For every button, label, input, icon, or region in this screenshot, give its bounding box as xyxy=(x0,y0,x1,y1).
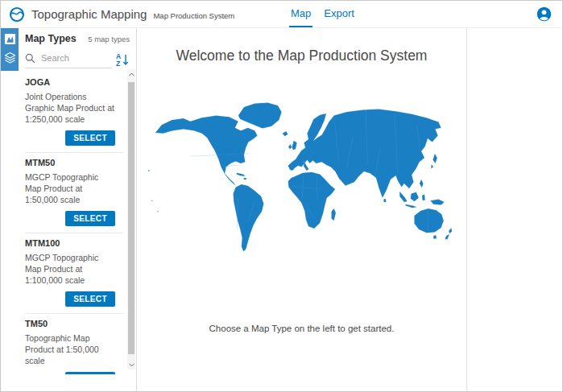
right-whitespace xyxy=(467,28,562,392)
map-type-item-mtm100[interactable]: MTM100 MGCP Topographic Map Product at 1… xyxy=(19,233,136,313)
panel-title: Map Types xyxy=(25,33,77,44)
icon-rail-group xyxy=(1,28,19,71)
map-type-description: MGCP Topographic Map Product at 1:100,00… xyxy=(25,252,115,286)
map-type-item-tm50[interactable]: TM50 Topographic Map Product at 1:50,000… xyxy=(19,314,136,374)
svg-text:Z: Z xyxy=(116,60,120,67)
map-type-name: MTM100 xyxy=(25,238,115,248)
tab-map[interactable]: Map xyxy=(289,1,313,27)
map-type-description: MGCP Topographic Map Product at 1:50,000… xyxy=(25,171,115,205)
search-input[interactable] xyxy=(39,52,102,64)
brand: Topographic Mapping Map Production Syste… xyxy=(9,6,234,23)
map-type-item-joga[interactable]: JOGA Joint Operations Graphic Map Produc… xyxy=(19,72,136,152)
map-types-icon[interactable] xyxy=(4,33,16,45)
select-button-mtm100[interactable]: SELECT xyxy=(65,291,115,307)
sort-az-icon[interactable]: A Z xyxy=(115,52,130,67)
map-types-panel: Map Types 5 map types A Z xyxy=(19,28,137,392)
map-type-description: Topographic Map Product at 1:50,000 scal… xyxy=(25,332,115,366)
tab-export[interactable]: Export xyxy=(322,1,356,27)
select-button-tm50[interactable]: SELECT xyxy=(65,372,115,374)
instruction-text: Choose a Map Type on the left to get sta… xyxy=(137,324,466,333)
map-type-name: JOGA xyxy=(25,77,115,87)
app-title: Topographic Mapping xyxy=(31,7,147,21)
icon-rail xyxy=(1,28,19,392)
select-button-mtm50[interactable]: SELECT xyxy=(65,211,115,226)
map-type-description: Joint Operations Graphic Map Product at … xyxy=(25,91,115,125)
map-type-list: JOGA Joint Operations Graphic Map Produc… xyxy=(19,72,136,374)
app-window: Topographic Mapping Map Production Syste… xyxy=(0,0,563,392)
search-icon xyxy=(25,53,35,64)
world-map-image xyxy=(143,93,462,254)
scrollbar-down-arrow-icon[interactable] xyxy=(127,360,135,369)
welcome-title: Welcome to the Map Production System xyxy=(137,47,466,64)
welcome-panel: Welcome to the Map Production System xyxy=(137,28,467,392)
search-row: A Z xyxy=(25,51,130,68)
sidebar-scrollbar[interactable] xyxy=(127,69,135,369)
body-row: Map Types 5 map types A Z xyxy=(1,28,562,392)
select-button-joga[interactable]: SELECT xyxy=(65,130,115,146)
panel-header: Map Types 5 map types xyxy=(19,28,136,44)
user-avatar-icon[interactable] xyxy=(536,6,552,22)
app-subtitle: Map Production System xyxy=(153,8,234,20)
scrollbar-thumb[interactable] xyxy=(128,82,135,354)
map-type-name: TM50 xyxy=(25,319,115,328)
globe-logo-icon xyxy=(9,6,25,23)
map-type-item-mtm50[interactable]: MTM50 MGCP Topographic Map Product at 1:… xyxy=(19,153,136,233)
search-box[interactable] xyxy=(25,51,111,68)
scrollbar-up-arrow-icon[interactable] xyxy=(127,69,135,79)
header-tabs: Map Export xyxy=(289,1,356,27)
layers-icon[interactable] xyxy=(4,52,16,64)
map-type-count: 5 map types xyxy=(88,35,130,43)
map-type-name: MTM50 xyxy=(25,158,115,167)
top-header: Topographic Mapping Map Production Syste… xyxy=(1,1,562,28)
